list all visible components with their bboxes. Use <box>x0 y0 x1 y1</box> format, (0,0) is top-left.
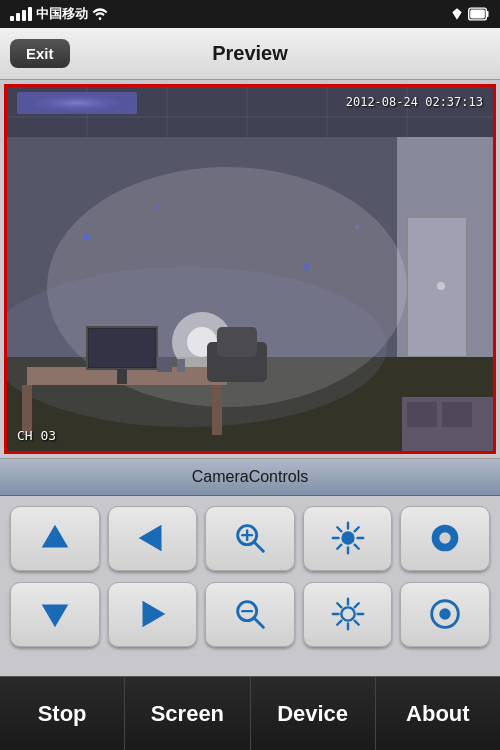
battery-icon <box>468 7 490 21</box>
svg-point-0 <box>99 17 102 20</box>
svg-rect-3 <box>470 10 485 19</box>
camera-controls-label: CameraControls <box>192 468 308 486</box>
camera-scene-svg <box>7 87 493 451</box>
svg-point-74 <box>439 608 450 619</box>
channel-label: CH 03 <box>17 428 56 443</box>
pan-right-button[interactable] <box>108 582 198 647</box>
svg-line-71 <box>354 603 358 607</box>
svg-marker-59 <box>41 605 68 628</box>
svg-line-56 <box>337 545 341 549</box>
iris-open-button[interactable] <box>400 506 490 571</box>
svg-point-48 <box>341 531 354 544</box>
zoom-out-button[interactable] <box>205 582 295 647</box>
svg-line-70 <box>354 621 358 625</box>
brightness-down-button[interactable] <box>303 582 393 647</box>
tab-about[interactable]: About <box>376 677 500 750</box>
exit-button[interactable]: Exit <box>10 39 70 68</box>
svg-point-58 <box>439 532 450 543</box>
tab-stop[interactable]: Stop <box>0 677 125 750</box>
svg-line-54 <box>354 545 358 549</box>
page-title: Preview <box>212 42 288 65</box>
camera-preview: 2012-08-24 02:37:13 CH 03 <box>4 84 496 454</box>
nav-bar: Exit Preview <box>0 28 500 80</box>
brightness-up-button[interactable] <box>303 506 393 571</box>
svg-line-72 <box>337 621 341 625</box>
signal-icon <box>10 7 32 21</box>
carrier-label: 中国移动 <box>36 5 88 23</box>
svg-marker-60 <box>143 601 166 628</box>
tab-bar: Stop Screen Device About <box>0 676 500 750</box>
svg-point-40 <box>304 264 310 270</box>
iris-close-button[interactable] <box>400 582 490 647</box>
svg-point-64 <box>341 607 354 620</box>
svg-line-53 <box>337 527 341 531</box>
svg-line-69 <box>337 603 341 607</box>
svg-line-62 <box>254 618 263 628</box>
controls-grid <box>0 496 500 656</box>
svg-rect-37 <box>7 87 493 451</box>
pan-down-button[interactable] <box>10 582 100 647</box>
svg-line-45 <box>254 542 263 552</box>
svg-rect-2 <box>486 11 488 17</box>
status-right <box>450 7 490 21</box>
timestamp-label: 2012-08-24 02:37:13 <box>346 95 483 109</box>
svg-marker-42 <box>41 525 68 548</box>
svg-point-41 <box>355 225 359 229</box>
tab-device[interactable]: Device <box>251 677 376 750</box>
pan-up-button[interactable] <box>10 506 100 571</box>
tab-screen[interactable]: Screen <box>125 677 250 750</box>
svg-point-39 <box>155 205 159 209</box>
svg-line-55 <box>354 527 358 531</box>
status-bar: 中国移动 <box>0 0 500 28</box>
zoom-in-button[interactable] <box>205 506 295 571</box>
camera-controls-section: CameraControls <box>0 458 500 496</box>
location-icon <box>450 7 464 21</box>
status-left: 中国移动 <box>10 5 108 23</box>
wifi-icon <box>92 6 108 22</box>
svg-marker-43 <box>139 525 162 552</box>
pan-left-button[interactable] <box>108 506 198 571</box>
svg-point-38 <box>84 234 90 240</box>
